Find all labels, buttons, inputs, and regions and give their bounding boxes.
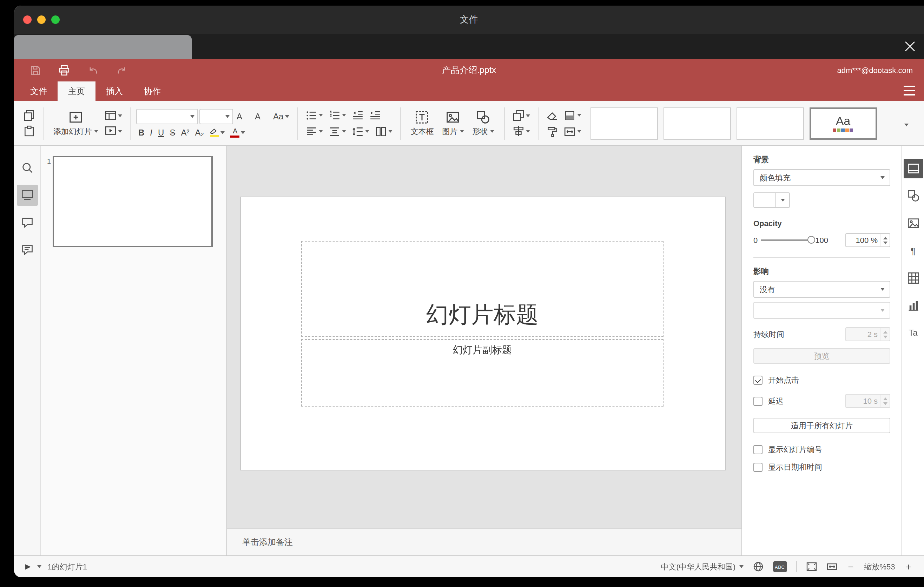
start-on-click-checkbox[interactable]: 开始点击	[753, 375, 890, 386]
chevron-down-icon[interactable]	[37, 565, 41, 568]
checkbox-unchecked[interactable]	[753, 396, 762, 406]
arrange-shapes-button[interactable]	[510, 109, 532, 122]
theme-tile-2[interactable]	[663, 107, 731, 139]
feedback-panel-button[interactable]	[16, 239, 38, 261]
insert-shape-button[interactable]: 形状	[468, 109, 498, 138]
copy-style-button[interactable]	[544, 125, 560, 138]
underline-button[interactable]: U	[156, 127, 166, 137]
shape-settings-button[interactable]	[903, 186, 923, 206]
slide-canvas[interactable]: 幻灯片标题 幻灯片副标题	[227, 146, 741, 528]
font-color-button[interactable]: A	[229, 127, 248, 138]
theme-tile-1[interactable]	[590, 107, 658, 139]
zoom-in-button[interactable]: +	[904, 562, 913, 572]
slide[interactable]: 幻灯片标题 幻灯片副标题	[241, 197, 725, 470]
search-panel-button[interactable]	[16, 157, 38, 178]
paragraph-settings-button[interactable]: ¶	[903, 241, 923, 261]
comments-panel-button[interactable]	[16, 212, 38, 233]
language-label: 中文(中华人民共和国)	[661, 561, 736, 572]
font-name-select[interactable]	[136, 109, 198, 124]
insert-textbox-button[interactable]: 文本框	[406, 109, 438, 138]
fit-slide-icon[interactable]	[806, 561, 817, 572]
title-placeholder[interactable]: 幻灯片标题	[301, 241, 663, 337]
line-spacing-button[interactable]	[349, 125, 371, 138]
redo-icon[interactable]	[116, 64, 128, 76]
slides-panel-button[interactable]	[16, 185, 38, 206]
spinner-arrows[interactable]	[880, 234, 889, 246]
increase-font-button[interactable]: A	[234, 110, 251, 122]
textart-settings-button[interactable]: Ta	[903, 323, 923, 343]
increase-indent-button[interactable]	[367, 109, 383, 122]
table-settings-button[interactable]	[903, 268, 923, 288]
tab-file[interactable]: 文件	[20, 81, 58, 101]
decrease-font-button[interactable]: A	[253, 110, 270, 122]
tab-collaboration[interactable]: 协作	[134, 81, 171, 101]
chart-settings-button[interactable]	[903, 295, 923, 315]
zoom-level-label[interactable]: 缩放%53	[864, 561, 895, 572]
show-slide-number-checkbox[interactable]: 显示幻灯片编号	[753, 444, 890, 455]
undo-icon[interactable]	[87, 64, 99, 76]
copy-button[interactable]	[21, 109, 37, 122]
superscript-button[interactable]: A²	[179, 127, 191, 137]
columns-button[interactable]	[373, 125, 394, 138]
tab-home[interactable]: 主页	[58, 81, 96, 101]
language-selector[interactable]: 中文(中华人民共和国)	[661, 561, 744, 572]
menu-icon[interactable]	[904, 86, 915, 96]
tab-insert[interactable]: 插入	[96, 81, 134, 101]
theme-tile-3[interactable]	[736, 107, 804, 139]
strikethrough-button[interactable]: S	[167, 127, 177, 137]
decrease-font-icon: A	[255, 111, 261, 121]
theme-tile-selected[interactable]: Aa	[809, 107, 876, 139]
bullets-button[interactable]	[303, 109, 325, 122]
slide-size-button[interactable]	[561, 125, 583, 138]
slide-layout-button[interactable]	[102, 109, 124, 122]
font-size-select[interactable]	[200, 109, 233, 124]
start-slideshow-icon[interactable]: ▶	[25, 563, 31, 570]
save-icon[interactable]	[30, 64, 41, 76]
slide-settings-button[interactable]	[903, 159, 923, 178]
checkbox-unchecked[interactable]	[753, 445, 762, 454]
minimize-window-button[interactable]	[37, 15, 46, 24]
vertical-align-button[interactable]	[326, 125, 348, 138]
opacity-slider-knob[interactable]	[807, 236, 815, 244]
decrease-indent-button[interactable]	[349, 109, 365, 122]
shape-fill-button[interactable]	[561, 109, 583, 122]
opacity-input[interactable]: 100 %	[845, 233, 890, 247]
add-slide-label: 添加幻灯片	[53, 126, 92, 137]
insert-image-button[interactable]: 图片	[438, 109, 468, 138]
fullscreen-window-button[interactable]	[51, 15, 60, 24]
image-settings-button[interactable]	[903, 213, 923, 233]
transition-effect-select[interactable]: 没有	[753, 281, 890, 298]
background-fill-select[interactable]: 颜色填充	[753, 169, 890, 186]
align-shapes-button[interactable]	[510, 124, 532, 138]
delay-checkbox[interactable]: 延迟	[753, 396, 784, 406]
horizontal-align-button[interactable]	[303, 125, 325, 138]
numbering-button[interactable]	[326, 109, 348, 122]
italic-button[interactable]: I	[148, 127, 155, 137]
notes-area[interactable]: 单击添加备注	[227, 528, 741, 556]
checkbox-checked[interactable]	[753, 376, 762, 385]
theme-gallery-expand-button[interactable]	[901, 115, 911, 131]
subtitle-placeholder[interactable]: 幻灯片副标题	[301, 339, 663, 407]
clear-style-button[interactable]	[544, 109, 560, 122]
add-slide-button[interactable]: 添加幻灯片	[49, 109, 102, 138]
close-window-button[interactable]	[23, 15, 31, 24]
spellcheck-icon[interactable]: ABC	[773, 561, 787, 572]
slide-thumbnail[interactable]	[53, 156, 213, 247]
subscript-button[interactable]: A₂	[193, 127, 206, 137]
opacity-slider[interactable]	[761, 239, 812, 241]
preview-slideshow-button[interactable]	[102, 124, 124, 138]
apply-to-all-slides-button[interactable]: 适用于所有幻灯片	[753, 418, 890, 433]
zoom-out-button[interactable]: −	[846, 562, 855, 572]
bold-button[interactable]: B	[136, 127, 147, 137]
checkbox-unchecked[interactable]	[753, 463, 762, 472]
print-icon[interactable]	[58, 64, 70, 76]
fit-width-icon[interactable]	[826, 561, 837, 572]
paste-button[interactable]	[21, 124, 37, 138]
close-dialog-button[interactable]	[904, 41, 916, 52]
document-language-icon[interactable]	[752, 561, 764, 572]
background-color-picker[interactable]	[753, 192, 790, 208]
opacity-label: Opacity	[753, 219, 890, 228]
change-case-button[interactable]: Aa	[271, 111, 291, 121]
show-date-time-checkbox[interactable]: 显示日期和时间	[753, 462, 890, 473]
highlight-color-button[interactable]	[208, 127, 227, 138]
